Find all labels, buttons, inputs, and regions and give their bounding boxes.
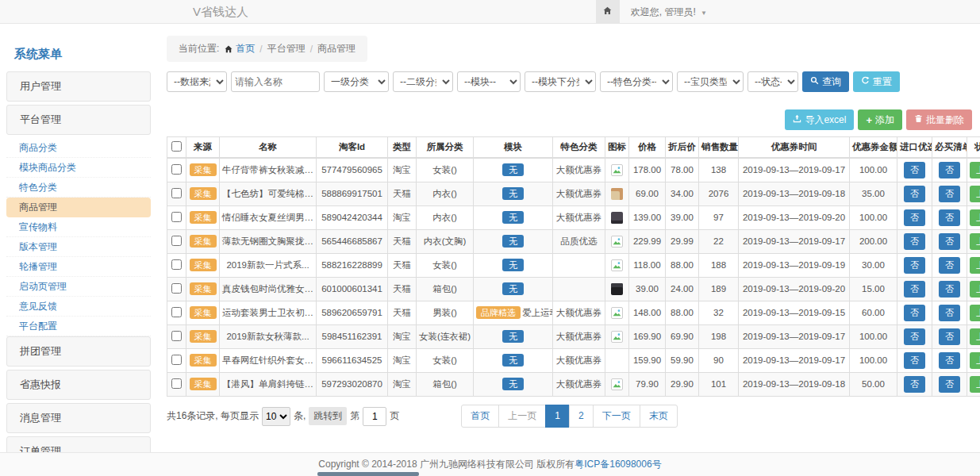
sidebar-item-3[interactable]: 模块商品分类 bbox=[6, 158, 151, 178]
sidebar-item-12[interactable]: 拼团管理 bbox=[6, 336, 151, 367]
reset-button[interactable]: 重置 bbox=[853, 71, 900, 92]
row-checkbox[interactable] bbox=[171, 212, 182, 222]
must-buy-toggle[interactable]: 否 bbox=[939, 257, 960, 274]
import-select-toggle[interactable]: 否 bbox=[904, 305, 925, 321]
sidebar-item-8[interactable]: 轮播管理 bbox=[6, 257, 151, 277]
import-select-toggle[interactable]: 否 bbox=[904, 376, 925, 393]
icp-link[interactable]: 粤ICP备16098006号 bbox=[575, 458, 661, 471]
import-select-toggle[interactable]: 否 bbox=[904, 328, 925, 345]
cell-taoke-id: 601000601341 bbox=[317, 277, 388, 301]
sidebar-item-6[interactable]: 宣传物料 bbox=[6, 217, 151, 237]
home-button[interactable] bbox=[596, 0, 620, 24]
cell-coupon-amount: 100.00 bbox=[850, 348, 897, 372]
data-source-select[interactable]: --数据来源-- bbox=[167, 71, 227, 92]
add-button[interactable]: + 添加 bbox=[858, 109, 902, 130]
row-checkbox[interactable] bbox=[171, 188, 182, 198]
cell-name: 【七色纺】可爱纯棉家... bbox=[220, 182, 317, 205]
row-checkbox[interactable] bbox=[171, 236, 182, 246]
search-button[interactable]: 查询 bbox=[802, 71, 849, 92]
cell-source: 采集 bbox=[186, 372, 220, 396]
chevron-down-icon: ▼ bbox=[701, 10, 707, 17]
import-select-toggle[interactable]: 否 bbox=[904, 209, 925, 226]
row-checkbox[interactable] bbox=[171, 331, 182, 341]
jump-page-input[interactable] bbox=[363, 407, 386, 426]
select-all-checkbox[interactable] bbox=[171, 141, 182, 152]
must-buy-toggle[interactable]: 否 bbox=[939, 352, 960, 369]
page-number-button-1[interactable]: 1 bbox=[545, 405, 570, 428]
status-toggle[interactable]: 上架 bbox=[970, 233, 980, 250]
user-menu[interactable]: 欢迎您, 管理员! ▼ bbox=[620, 0, 718, 24]
breadcrumb-home-link[interactable]: 首页 bbox=[224, 42, 255, 56]
cell-module: 品牌精选爱上运动 bbox=[474, 301, 553, 324]
cell-source: 采集 bbox=[186, 277, 220, 301]
sidebar-item-13[interactable]: 省惠快报 bbox=[6, 370, 151, 400]
row-checkbox[interactable] bbox=[171, 164, 182, 175]
must-buy-toggle[interactable]: 否 bbox=[939, 376, 960, 393]
row-checkbox[interactable] bbox=[171, 378, 182, 389]
status-toggle[interactable]: 上架 bbox=[970, 257, 980, 274]
sidebar-item-10[interactable]: 意见反馈 bbox=[6, 297, 151, 317]
prev-page-button[interactable]: 上一页 bbox=[498, 405, 546, 428]
item-type-select[interactable]: --宝贝类型-- bbox=[677, 71, 744, 92]
cell-sales: 90 bbox=[699, 348, 739, 372]
must-buy-toggle[interactable]: 否 bbox=[939, 281, 960, 298]
cell-name: 运动套装男士卫衣初秋... bbox=[220, 301, 317, 324]
sidebar-item-15[interactable]: 订单管理 bbox=[6, 436, 151, 452]
row-checkbox[interactable] bbox=[171, 307, 182, 317]
must-buy-toggle[interactable]: 否 bbox=[939, 233, 960, 250]
page-footer: Copyright © 2014-2018 广州九驰网络科技有限公司 版权所有粤… bbox=[0, 452, 980, 476]
import-select-toggle[interactable]: 否 bbox=[904, 186, 925, 202]
name-search-input[interactable] bbox=[231, 71, 320, 92]
row-checkbox[interactable] bbox=[171, 355, 182, 365]
product-thumbnail-broken-image-icon bbox=[611, 307, 623, 319]
must-buy-toggle[interactable]: 否 bbox=[939, 162, 960, 178]
next-page-button[interactable]: 下一页 bbox=[593, 405, 640, 428]
cell-discount-price: 29.90 bbox=[666, 372, 699, 396]
module-subcategory-select[interactable]: --模块下分类-- bbox=[525, 71, 596, 92]
status-toggle[interactable]: 上架 bbox=[970, 305, 980, 321]
import-select-toggle[interactable]: 否 bbox=[904, 162, 925, 178]
must-buy-toggle[interactable]: 否 bbox=[939, 328, 960, 345]
feature-category-select[interactable]: --特色分类-- bbox=[600, 71, 673, 92]
status-toggle[interactable]: 上架 bbox=[970, 162, 980, 178]
level2-category-select[interactable]: --二级分类-- bbox=[393, 71, 453, 92]
cell-source: 采集 bbox=[186, 205, 220, 229]
sidebar-item-5[interactable]: 商品管理 bbox=[6, 198, 151, 217]
sidebar-item-7[interactable]: 版本管理 bbox=[6, 237, 151, 257]
batch-delete-button[interactable]: 批量删除 bbox=[906, 109, 972, 130]
jump-button[interactable]: 跳转到 bbox=[309, 407, 347, 425]
import-select-toggle[interactable]: 否 bbox=[904, 233, 925, 250]
table-row: 采集早春网红针织外套女春...596611634525淘宝女装()无大额优惠券1… bbox=[167, 348, 980, 372]
level1-category-select[interactable]: 一级分类 bbox=[324, 71, 389, 92]
import-select-toggle[interactable]: 否 bbox=[904, 281, 925, 298]
import-select-toggle[interactable]: 否 bbox=[904, 352, 925, 369]
status-toggle[interactable]: 上架 bbox=[970, 352, 980, 369]
must-buy-toggle[interactable]: 否 bbox=[939, 305, 960, 321]
first-page-button[interactable]: 首页 bbox=[461, 405, 499, 428]
status-toggle[interactable]: 上架 bbox=[970, 186, 980, 202]
module-select[interactable]: --模块-- bbox=[457, 71, 521, 92]
status-toggle[interactable]: 上架 bbox=[970, 328, 980, 345]
horizontal-scrollbar-thumb[interactable] bbox=[317, 472, 419, 476]
must-buy-toggle[interactable]: 否 bbox=[939, 186, 960, 202]
row-checkbox[interactable] bbox=[171, 259, 182, 270]
import-select-toggle[interactable]: 否 bbox=[904, 257, 925, 274]
sidebar-item-0[interactable]: 用户管理 bbox=[6, 71, 151, 102]
row-checkbox[interactable] bbox=[171, 283, 182, 294]
last-page-button[interactable]: 末页 bbox=[640, 405, 678, 428]
status-toggle[interactable]: 上架 bbox=[970, 281, 980, 298]
page-number-button-2[interactable]: 2 bbox=[569, 405, 594, 428]
sidebar-item-9[interactable]: 启动页管理 bbox=[6, 277, 151, 297]
sidebar-item-4[interactable]: 特色分类 bbox=[6, 178, 151, 198]
status-select[interactable]: --状态-- bbox=[747, 71, 798, 92]
sidebar-item-11[interactable]: 平台配置 bbox=[6, 317, 151, 336]
cell-status: 上架 bbox=[967, 182, 980, 205]
per-page-select[interactable]: 10 bbox=[262, 407, 290, 426]
sidebar-item-1[interactable]: 平台管理 bbox=[6, 105, 151, 135]
import-excel-button[interactable]: 导入excel bbox=[785, 109, 854, 130]
status-toggle[interactable]: 上架 bbox=[970, 209, 980, 226]
sidebar-item-2[interactable]: 商品分类 bbox=[6, 138, 151, 158]
must-buy-toggle[interactable]: 否 bbox=[939, 209, 960, 226]
status-toggle[interactable]: 上架 bbox=[970, 376, 980, 393]
sidebar-item-14[interactable]: 消息管理 bbox=[6, 403, 151, 433]
